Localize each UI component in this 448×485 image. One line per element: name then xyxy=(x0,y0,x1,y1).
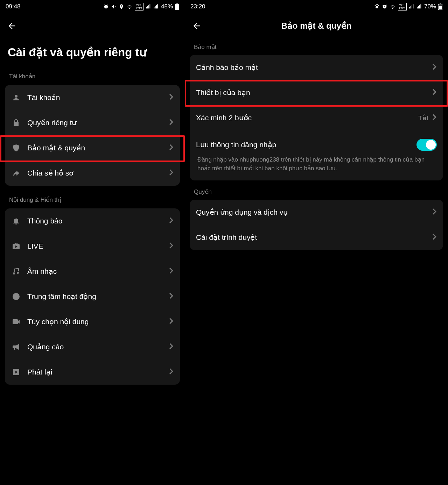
row-value: Tắt xyxy=(418,114,428,122)
page-title: Cài đặt và quyền riêng tư xyxy=(0,36,185,62)
person-icon xyxy=(11,93,21,102)
row-ads[interactable]: Quảng cáo xyxy=(5,334,180,359)
share-icon xyxy=(11,168,21,178)
row-account[interactable]: Tài khoản xyxy=(5,85,180,110)
row-label: Cài đặt trình duyệt xyxy=(196,233,432,242)
row-content-pref[interactable]: Tùy chọn nội dung xyxy=(5,309,180,334)
row-notifications[interactable]: Thông báo xyxy=(5,208,180,234)
row-share[interactable]: Chia sẻ hồ sơ xyxy=(5,161,180,186)
chevron-right-icon xyxy=(432,114,437,122)
status-time: 09:48 xyxy=(6,3,21,10)
chevron-right-icon xyxy=(169,368,174,376)
row-activity[interactable]: Trung tâm hoạt động xyxy=(5,284,180,309)
signal-icon-2 xyxy=(416,4,422,9)
chevron-right-icon xyxy=(432,63,437,72)
account-group: Tài khoản Quyền riêng tư Bảo mật & quyền… xyxy=(5,85,180,186)
signal-icon-2 xyxy=(153,4,159,9)
chevron-right-icon xyxy=(169,292,174,301)
battery-icon xyxy=(175,3,179,10)
row-label: Quyền riêng tư xyxy=(27,119,169,127)
row-label: Thiết bị của bạn xyxy=(196,88,432,97)
toggle-knob xyxy=(426,140,436,150)
location-icon xyxy=(119,4,124,9)
shield-icon xyxy=(11,143,21,153)
security-group: Cảnh báo bảo mật Thiết bị của bạn Xác mi… xyxy=(190,55,443,180)
row-app-permissions[interactable]: Quyền ứng dụng và dịch vụ xyxy=(190,200,443,225)
row-security[interactable]: Bảo mật & quyền xyxy=(5,135,180,161)
status-icons: Vo))LTE1 70% xyxy=(374,3,442,10)
row-live[interactable]: LIVE xyxy=(5,234,180,259)
security-screen: 23:20 Vo))LTE1 70% Bảo mật & quyền Bảo m… xyxy=(185,0,448,485)
row-label: Lưu thông tin đăng nhập xyxy=(196,141,416,149)
chevron-right-icon xyxy=(169,119,174,127)
toggle-save-login[interactable] xyxy=(416,139,437,151)
play-icon xyxy=(11,367,21,377)
header-title: Bảo mật & quyền xyxy=(185,21,448,31)
status-time: 23:20 xyxy=(190,3,205,10)
tv-icon xyxy=(11,241,21,251)
settings-screen: 09:48 Vo))LTE1 45% Cài đặt và quyền riên… xyxy=(0,0,185,485)
row-label: Phát lại xyxy=(27,368,169,376)
chevron-right-icon xyxy=(432,208,437,216)
status-bar: 23:20 Vo))LTE1 70% xyxy=(185,0,448,13)
row-label: Âm nhạc xyxy=(27,267,169,276)
chevron-right-icon xyxy=(169,318,174,326)
row-label: Tùy chọn nội dung xyxy=(27,318,169,326)
status-bar: 09:48 Vo))LTE1 45% xyxy=(0,0,185,13)
chevron-right-icon xyxy=(169,144,174,152)
svg-rect-1 xyxy=(176,3,178,4)
row-privacy[interactable]: Quyền riêng tư xyxy=(5,110,180,135)
row-your-devices[interactable]: Thiết bị của bạn xyxy=(190,80,443,105)
chevron-right-icon xyxy=(432,88,437,97)
header xyxy=(0,13,185,36)
svg-rect-4 xyxy=(440,3,441,4)
mute-icon xyxy=(111,4,117,9)
chevron-right-icon xyxy=(169,343,174,351)
row-label: Thông báo xyxy=(27,217,169,225)
signal-icon xyxy=(409,4,414,9)
permissions-group: Quyền ứng dụng và dịch vụ Cài đặt trình … xyxy=(190,200,443,250)
paw-icon xyxy=(374,4,380,9)
chevron-right-icon xyxy=(169,217,174,225)
row-music[interactable]: Âm nhạc xyxy=(5,259,180,284)
back-button[interactable] xyxy=(6,20,18,32)
section-content-title: Nội dung & Hiển thị xyxy=(0,186,185,208)
row-browser-settings[interactable]: Cài đặt trình duyệt xyxy=(190,225,443,250)
wifi-icon xyxy=(126,4,133,9)
row-save-login: Lưu thông tin đăng nhập xyxy=(190,130,443,156)
row-label: Xác minh 2 bước xyxy=(196,114,418,122)
back-button[interactable] xyxy=(190,20,203,32)
row-label: Quảng cáo xyxy=(27,343,169,351)
volte-icon: Vo))LTE1 xyxy=(398,3,407,10)
volte-icon: Vo))LTE1 xyxy=(135,3,144,10)
row-two-step[interactable]: Xác minh 2 bước Tắt xyxy=(190,105,443,130)
header: Bảo mật & quyền xyxy=(185,13,448,36)
row-label: Bảo mật & quyền xyxy=(27,144,169,152)
chevron-right-icon xyxy=(169,242,174,250)
bell-icon xyxy=(11,216,21,226)
video-icon xyxy=(11,317,21,327)
section-security-title: Bảo mật xyxy=(185,36,448,55)
row-label: Cảnh báo bảo mật xyxy=(196,63,432,72)
chevron-right-icon xyxy=(169,267,174,276)
row-security-alert[interactable]: Cảnh báo bảo mật xyxy=(190,55,443,80)
row-label: Quyền ứng dụng và dịch vụ xyxy=(196,208,432,216)
svg-rect-5 xyxy=(439,6,442,9)
section-permissions-title: Quyền xyxy=(185,180,448,200)
music-icon xyxy=(11,266,21,276)
content-group: Thông báo LIVE Âm nhạc Trung tâm hoạt độ… xyxy=(5,208,180,385)
chevron-right-icon xyxy=(169,169,174,177)
alarm-icon xyxy=(103,4,109,9)
row-label: LIVE xyxy=(27,242,169,250)
row-label: Tài khoản xyxy=(27,93,169,102)
battery-percent: 70% xyxy=(424,3,436,10)
row-playback[interactable]: Phát lại xyxy=(5,359,180,385)
clock-icon xyxy=(11,292,21,301)
alarm-icon xyxy=(382,4,387,9)
save-login-description: Đăng nhập vào nhuphuong238 trên thiết bị… xyxy=(190,156,443,180)
status-icons: Vo))LTE1 45% xyxy=(103,3,179,10)
chevron-right-icon xyxy=(432,233,437,242)
row-label: Trung tâm hoạt động xyxy=(27,292,169,301)
lock-icon xyxy=(11,118,21,128)
signal-icon xyxy=(146,4,151,9)
